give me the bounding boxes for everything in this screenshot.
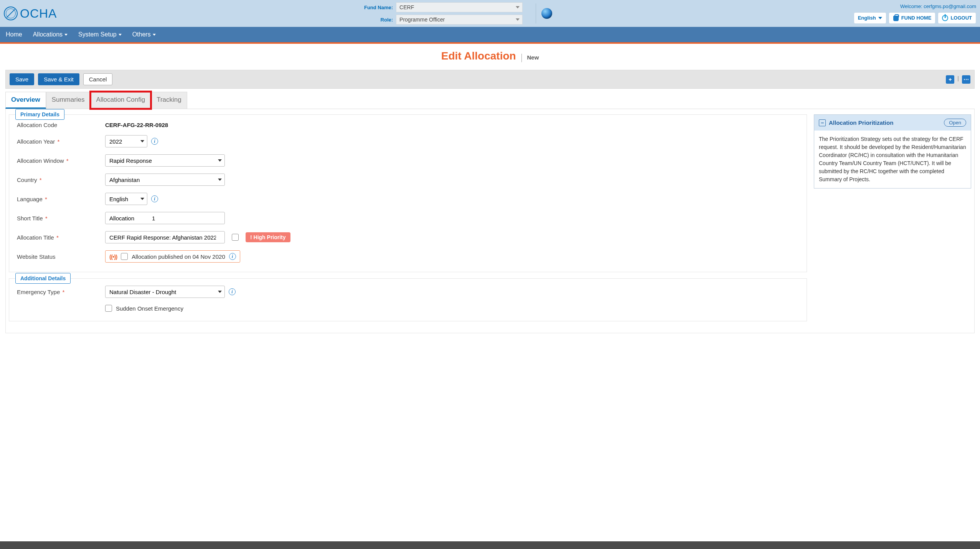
- nav-others[interactable]: Others: [132, 31, 156, 38]
- header-divider: [536, 3, 536, 23]
- save-exit-button[interactable]: Save & Exit: [38, 73, 79, 85]
- short-title-label: Short Title: [17, 215, 43, 222]
- website-status-checkbox[interactable]: [121, 253, 128, 260]
- allocation-code-value: CERF-AFG-22-RR-0928: [105, 122, 168, 128]
- required-icon: *: [57, 138, 59, 145]
- chevron-down-icon: [878, 17, 882, 19]
- required-icon: *: [45, 196, 47, 202]
- allocation-window-label: Allocation Window: [17, 157, 64, 164]
- tabs: Overview Summaries Allocation Config Tra…: [5, 92, 975, 109]
- info-icon[interactable]: i: [151, 195, 158, 202]
- fund-name-label: Fund Name:: [358, 5, 393, 10]
- language-label: Language: [17, 196, 43, 202]
- required-icon: *: [56, 234, 59, 241]
- info-icon[interactable]: i: [229, 253, 236, 260]
- bag-icon: [893, 15, 899, 21]
- prioritization-panel: − Allocation Prioritization Open The Pri…: [814, 114, 971, 189]
- title-divider: [521, 54, 522, 62]
- nav-home-label: Home: [6, 31, 22, 38]
- tab-summaries[interactable]: Summaries: [46, 92, 91, 109]
- nav-allocations-label: Allocations: [33, 31, 63, 38]
- role-label: Role:: [358, 17, 393, 23]
- toolbar-separator: |: [957, 75, 959, 84]
- high-priority-checkbox[interactable]: [232, 234, 239, 241]
- role-select[interactable]: [396, 15, 523, 25]
- emergency-type-select[interactable]: [105, 286, 225, 298]
- broadcast-icon: ((•)): [109, 253, 117, 260]
- sudden-onset-label: Sudden Onset Emergency: [116, 305, 183, 312]
- action-toolbar: Save Save & Exit Cancel + | ⋯: [5, 70, 975, 89]
- info-icon[interactable]: i: [151, 138, 158, 145]
- short-title-input[interactable]: [105, 212, 225, 224]
- main-navbar: Home Allocations System Setup Others: [0, 27, 980, 42]
- fund-home-button[interactable]: FUND HOME: [889, 12, 936, 24]
- page-title-row: Edit Allocation New: [0, 44, 980, 70]
- brand-text: OCHA: [20, 7, 57, 21]
- top-header: OCHA Fund Name: Role: Welcome: cerfgms.p…: [0, 0, 980, 27]
- allocation-title-label: Allocation Title: [17, 234, 54, 241]
- chevron-down-icon: [119, 34, 122, 36]
- power-icon: [942, 15, 948, 21]
- globe-icon[interactable]: [541, 8, 552, 19]
- allocation-year-label: Allocation Year: [17, 138, 55, 145]
- website-status-text: Allocation published on 04 Nov 2020: [132, 253, 225, 260]
- nav-others-label: Others: [132, 31, 151, 38]
- add-icon-button[interactable]: +: [946, 75, 954, 84]
- nav-home[interactable]: Home: [6, 31, 22, 38]
- cancel-button[interactable]: Cancel: [83, 73, 113, 85]
- page-title: Edit Allocation: [441, 50, 516, 62]
- header-selects: Fund Name: Role:: [358, 2, 523, 25]
- sudden-onset-checkbox[interactable]: [105, 305, 112, 312]
- required-icon: *: [66, 157, 69, 164]
- brand: OCHA: [4, 7, 57, 21]
- un-emblem-icon: [4, 7, 18, 20]
- allocation-window-select[interactable]: [105, 154, 225, 167]
- welcome-text: Welcome: cerfgms.po@gmail.com: [900, 3, 976, 9]
- comment-icon-button[interactable]: ⋯: [962, 75, 970, 84]
- tab-allocation-config[interactable]: Allocation Config: [91, 92, 151, 109]
- tab-overview[interactable]: Overview: [5, 92, 46, 109]
- nav-allocations[interactable]: Allocations: [33, 31, 68, 38]
- allocation-title-input[interactable]: [105, 231, 225, 243]
- page-status: New: [527, 54, 539, 61]
- required-icon: *: [40, 177, 42, 183]
- nav-system-setup-label: System Setup: [78, 31, 117, 38]
- logout-label: LOGOUT: [950, 15, 972, 21]
- language-button[interactable]: English: [854, 12, 886, 24]
- info-icon[interactable]: i: [229, 288, 236, 295]
- additional-details-fieldset: Additional Details Emergency Type * i Su…: [9, 278, 807, 321]
- tab-tracking[interactable]: Tracking: [151, 92, 187, 109]
- website-status-label: Website Status: [17, 253, 105, 260]
- prioritization-body: The Prioritization Strategy sets out the…: [814, 131, 971, 188]
- fund-home-label: FUND HOME: [901, 15, 932, 21]
- language-button-label: English: [858, 15, 876, 21]
- emergency-type-label: Emergency Type: [17, 289, 60, 295]
- country-select[interactable]: [105, 174, 225, 186]
- allocation-year-select[interactable]: [105, 135, 147, 147]
- prioritization-header: − Allocation Prioritization Open: [814, 115, 971, 131]
- primary-details-fieldset: Primary Details Allocation Code CERF-AFG…: [9, 114, 807, 272]
- chevron-down-icon: [64, 34, 68, 36]
- form-area: Primary Details Allocation Code CERF-AFG…: [5, 109, 975, 333]
- save-button[interactable]: Save: [10, 73, 34, 85]
- allocation-code-label: Allocation Code: [17, 122, 105, 128]
- high-priority-badge: ! High Priority: [246, 232, 290, 242]
- nav-system-setup[interactable]: System Setup: [78, 31, 122, 38]
- additional-details-legend: Additional Details: [15, 273, 71, 284]
- collapse-icon[interactable]: −: [819, 119, 826, 126]
- required-icon: *: [62, 289, 64, 295]
- required-icon: *: [45, 215, 48, 222]
- chevron-down-icon: [153, 34, 156, 36]
- primary-details-legend: Primary Details: [15, 109, 64, 120]
- fund-name-select[interactable]: [396, 2, 523, 12]
- prioritization-title: Allocation Prioritization: [829, 119, 941, 126]
- website-status-box: ((•)) Allocation published on 04 Nov 202…: [105, 250, 240, 263]
- country-label: Country: [17, 177, 37, 183]
- open-button[interactable]: Open: [944, 119, 966, 127]
- language-select[interactable]: [105, 193, 147, 205]
- logout-button[interactable]: LOGOUT: [938, 12, 976, 24]
